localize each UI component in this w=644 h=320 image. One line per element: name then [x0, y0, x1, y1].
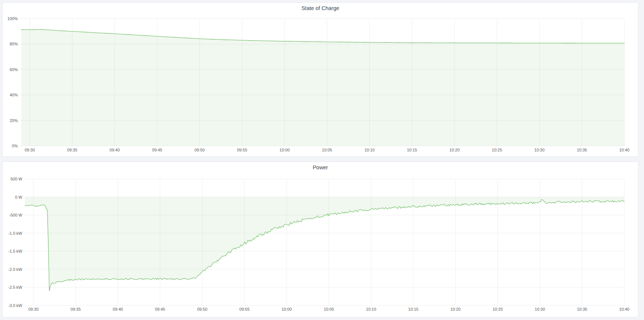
- x-axis-tick-label: 10:25: [493, 307, 503, 311]
- x-axis-tick-label: 10:35: [577, 148, 587, 152]
- x-axis-tick-label: 09:35: [67, 148, 78, 152]
- x-axis-tick-label: 10:00: [282, 307, 292, 311]
- x-axis-tick-label: 10:20: [450, 307, 461, 311]
- x-axis-tick-label: 10:15: [408, 307, 418, 311]
- x-axis-tick-label: 10:35: [577, 307, 588, 311]
- x-axis-tick-label: 09:50: [197, 307, 208, 311]
- x-axis-tick-label: 10:05: [324, 307, 334, 311]
- y-axis-tick-label: -3.0 kW: [8, 303, 23, 308]
- x-axis-tick-label: 10:05: [322, 148, 332, 152]
- soc-panel: State of Charge 100%80%60%40%20%0%09:300…: [2, 2, 638, 157]
- power-panel: Power 500 W0 W-500 W-1.0 kW-1.5 kW-2.0 k…: [2, 161, 638, 317]
- x-axis-tick-label: 10:10: [365, 148, 375, 152]
- x-axis-tick-label: 10:30: [534, 148, 545, 152]
- y-axis-tick-label: 60%: [10, 67, 18, 72]
- y-axis-tick-label: 0 W: [15, 195, 22, 199]
- x-axis-tick-label: 09:35: [71, 307, 81, 311]
- soc-panel-title[interactable]: State of Charge: [3, 3, 638, 13]
- x-axis-tick-label: 09:40: [110, 148, 120, 152]
- y-axis-tick-label: 0%: [12, 144, 18, 148]
- power-chart-canvas[interactable]: 500 W0 W-500 W-1.0 kW-1.5 kW-2.0 kW-2.5 …: [3, 172, 638, 317]
- y-axis-tick-label: -500 W: [9, 213, 23, 217]
- x-axis-tick-label: 10:40: [619, 307, 630, 311]
- series-area-fill: [25, 197, 624, 291]
- series-area-fill: [21, 29, 624, 146]
- x-axis-tick-label: 09:45: [155, 307, 165, 311]
- x-axis-tick-label: 10:15: [407, 148, 417, 152]
- x-axis-tick-label: 10:30: [535, 307, 545, 311]
- x-axis-tick-label: 10:00: [279, 148, 290, 152]
- y-axis-tick-label: -1.0 kW: [8, 231, 23, 236]
- y-axis-tick-label: 100%: [7, 16, 18, 21]
- x-axis-tick-label: 09:30: [28, 307, 39, 311]
- x-axis-tick-label: 09:50: [194, 148, 205, 152]
- x-axis-tick-label: 10:25: [492, 148, 502, 152]
- x-axis-tick-label: 10:20: [449, 148, 460, 152]
- x-axis-tick-label: 09:55: [237, 148, 247, 152]
- x-axis-tick-label: 10:10: [366, 307, 376, 311]
- y-axis-tick-label: 40%: [10, 93, 18, 97]
- y-axis-tick-label: -1.5 kW: [8, 249, 23, 253]
- y-axis-tick-label: 500 W: [10, 177, 22, 181]
- soc-chart-canvas[interactable]: 100%80%60%40%20%0%09:3009:3509:4009:4509…: [3, 13, 638, 156]
- x-axis-tick-label: 09:55: [239, 307, 250, 311]
- y-axis-tick-label: -2.5 kW: [8, 285, 23, 289]
- x-axis-tick-label: 09:45: [152, 148, 162, 152]
- y-axis-tick-label: 20%: [10, 118, 18, 123]
- x-axis-tick-label: 09:30: [25, 148, 35, 152]
- x-axis-tick-label: 09:40: [113, 307, 123, 311]
- power-panel-title[interactable]: Power: [3, 162, 638, 172]
- y-axis-tick-label: 80%: [10, 42, 18, 46]
- x-axis-tick-label: 10:40: [619, 148, 630, 152]
- y-axis-tick-label: -2.0 kW: [8, 267, 23, 272]
